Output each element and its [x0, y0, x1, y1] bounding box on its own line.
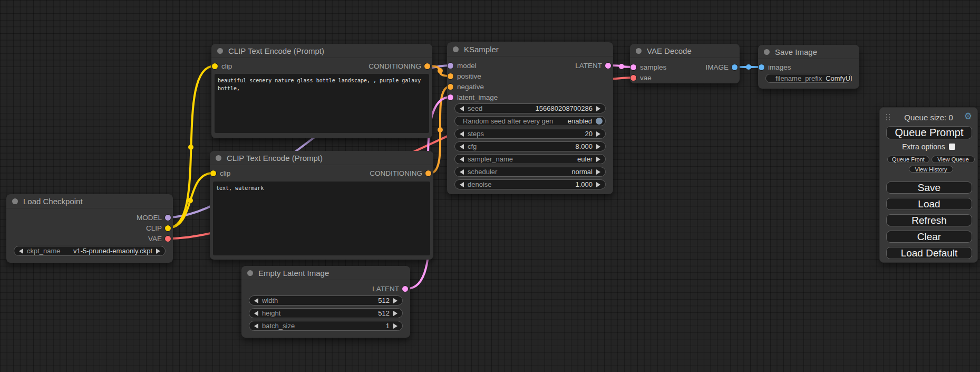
node-title-bar[interactable]: VAE Decode — [630, 44, 740, 58]
increment-arrow-icon[interactable] — [596, 157, 600, 162]
decrement-arrow-icon[interactable] — [460, 157, 464, 162]
increment-arrow-icon[interactable] — [596, 106, 600, 111]
output-dot-clip[interactable] — [165, 225, 171, 231]
node-title-bar[interactable]: Empty Latent Image — [241, 266, 410, 280]
decrement-arrow-icon[interactable] — [254, 323, 258, 329]
prompt-textarea[interactable]: beautiful scenery nature glass bottle la… — [215, 74, 429, 133]
clear-button[interactable]: Clear — [886, 231, 972, 243]
collapse-dot-icon[interactable] — [636, 48, 642, 54]
decrement-arrow-icon[interactable] — [460, 144, 464, 149]
node-title: KSampler — [464, 45, 499, 54]
widget-seed[interactable]: seed 156680208700286 — [454, 103, 606, 113]
widget-steps[interactable]: steps 20 — [454, 129, 606, 139]
prompt-textarea[interactable]: text, watermark — [213, 182, 430, 255]
output-slot-clip: CLIP — [6, 224, 173, 232]
view-history-button[interactable]: View History — [909, 166, 953, 173]
output-dot-conditioning[interactable] — [425, 170, 431, 176]
extra-options-checkbox[interactable] — [949, 144, 955, 150]
settings-gear-icon[interactable]: ⚙ — [964, 111, 972, 122]
node-clip-text-encode-positive[interactable]: CLIP Text Encode (Prompt) clip CONDITION… — [211, 44, 432, 138]
input-slot-vae: vae — [630, 73, 740, 82]
node-ksampler[interactable]: KSampler model LATENT positive negative … — [447, 42, 613, 194]
load-default-button[interactable]: Load Default — [886, 247, 972, 259]
link-midpoint-dot — [619, 64, 624, 69]
decrement-arrow-icon[interactable] — [254, 298, 258, 303]
widget-scheduler[interactable]: scheduler normal — [454, 167, 606, 177]
node-title-bar[interactable]: CLIP Text Encode (Prompt) — [211, 44, 432, 58]
increment-arrow-icon[interactable] — [393, 298, 397, 303]
decrement-arrow-icon[interactable] — [460, 182, 464, 187]
save-button[interactable]: Save — [886, 182, 972, 194]
node-vae-decode[interactable]: VAE Decode samples IMAGE vae — [630, 44, 740, 83]
output-slot-vae: VAE — [6, 234, 173, 243]
node-title-bar[interactable]: Save Image — [758, 45, 859, 59]
refresh-button[interactable]: Refresh — [886, 214, 972, 226]
output-dot-vae[interactable] — [165, 236, 171, 242]
queue-prompt-button[interactable]: Queue Prompt — [886, 126, 972, 139]
output-dot-latent[interactable] — [402, 286, 408, 292]
increment-arrow-icon[interactable] — [596, 182, 600, 187]
decrement-arrow-icon[interactable] — [19, 249, 23, 254]
node-title: VAE Decode — [647, 46, 692, 55]
toggle-indicator-icon[interactable] — [596, 118, 603, 125]
increment-arrow-icon[interactable] — [393, 311, 397, 316]
decrement-arrow-icon[interactable] — [460, 106, 464, 111]
node-title-bar[interactable]: Load Checkpoint — [6, 194, 173, 208]
widget-width[interactable]: width 512 — [249, 295, 403, 306]
input-slot-latent-image: latent_image — [447, 93, 613, 101]
link-midpoint-dot — [188, 198, 193, 203]
increment-arrow-icon[interactable] — [596, 131, 600, 137]
view-queue-button[interactable]: View Queue — [932, 156, 975, 163]
input-dot-samples[interactable] — [630, 64, 636, 70]
input-dot-negative[interactable] — [448, 84, 453, 90]
decrement-arrow-icon[interactable] — [460, 169, 464, 175]
queue-front-button[interactable]: Queue Front — [887, 156, 929, 163]
increment-arrow-icon[interactable] — [596, 169, 600, 175]
output-dot-latent[interactable] — [605, 63, 611, 69]
link-midpoint-dot — [438, 68, 443, 73]
output-dot-image[interactable] — [732, 64, 738, 70]
increment-arrow-icon[interactable] — [393, 323, 397, 329]
output-dot-conditioning[interactable] — [424, 63, 430, 69]
input-dot-clip[interactable] — [210, 170, 216, 176]
collapse-dot-icon[interactable] — [217, 48, 223, 54]
decrement-arrow-icon[interactable] — [460, 131, 464, 137]
widget-height[interactable]: height 512 — [249, 308, 403, 318]
increment-arrow-icon[interactable] — [156, 249, 160, 254]
increment-arrow-icon[interactable] — [596, 144, 600, 149]
collapse-dot-icon[interactable] — [247, 270, 253, 276]
widget-cfg[interactable]: cfg 8.000 — [454, 141, 606, 151]
widget-denoise[interactable]: denoise 1.000 — [454, 179, 606, 189]
node-title-bar[interactable]: CLIP Text Encode (Prompt) — [210, 151, 433, 165]
decrement-arrow-icon[interactable] — [254, 311, 258, 316]
widget-sampler-name[interactable]: sampler_name euler — [454, 154, 606, 164]
input-dot-model[interactable] — [448, 63, 453, 69]
node-empty-latent-image[interactable]: Empty Latent Image LATENT width 512 heig… — [241, 266, 410, 338]
node-load-checkpoint[interactable]: Load Checkpoint MODEL CLIP VAE ckpt_name… — [6, 194, 173, 263]
output-dot-model[interactable] — [165, 215, 171, 221]
widget-filename-prefix[interactable]: filename_prefix ComfyUI — [765, 74, 852, 83]
extra-options-row: Extra options — [880, 142, 977, 151]
node-title-bar[interactable]: KSampler — [447, 42, 613, 56]
input-slot-images: images — [758, 63, 859, 71]
input-dot-latent-image[interactable] — [448, 94, 453, 100]
node-title: CLIP Text Encode (Prompt) — [228, 46, 324, 55]
input-slot-positive: positive — [447, 72, 613, 80]
collapse-dot-icon[interactable] — [453, 46, 459, 52]
input-dot-vae[interactable] — [630, 75, 636, 81]
collapse-dot-icon[interactable] — [216, 155, 221, 161]
queue-size-label: Queue size: 0 — [880, 113, 977, 122]
widget-random-seed-toggle[interactable]: Random seed after every gen enabled — [454, 116, 606, 126]
widget-ckpt-name[interactable]: ckpt_name v1-5-pruned-emaonly.ckpt — [14, 246, 166, 256]
collapse-dot-icon[interactable] — [764, 49, 770, 55]
load-button[interactable]: Load — [886, 198, 972, 210]
link-midpoint-dot — [438, 127, 443, 132]
collapse-dot-icon[interactable] — [12, 198, 18, 204]
node-clip-text-encode-negative[interactable]: CLIP Text Encode (Prompt) clip CONDITION… — [210, 151, 433, 260]
input-dot-clip[interactable] — [212, 63, 218, 69]
widget-batch-size[interactable]: batch_size 1 — [249, 321, 403, 331]
graph-canvas[interactable]: Load Checkpoint MODEL CLIP VAE ckpt_name… — [0, 0, 980, 372]
input-dot-positive[interactable] — [448, 73, 453, 79]
node-save-image[interactable]: Save Image images filename_prefix ComfyU… — [758, 45, 859, 89]
input-dot-images[interactable] — [759, 64, 764, 70]
